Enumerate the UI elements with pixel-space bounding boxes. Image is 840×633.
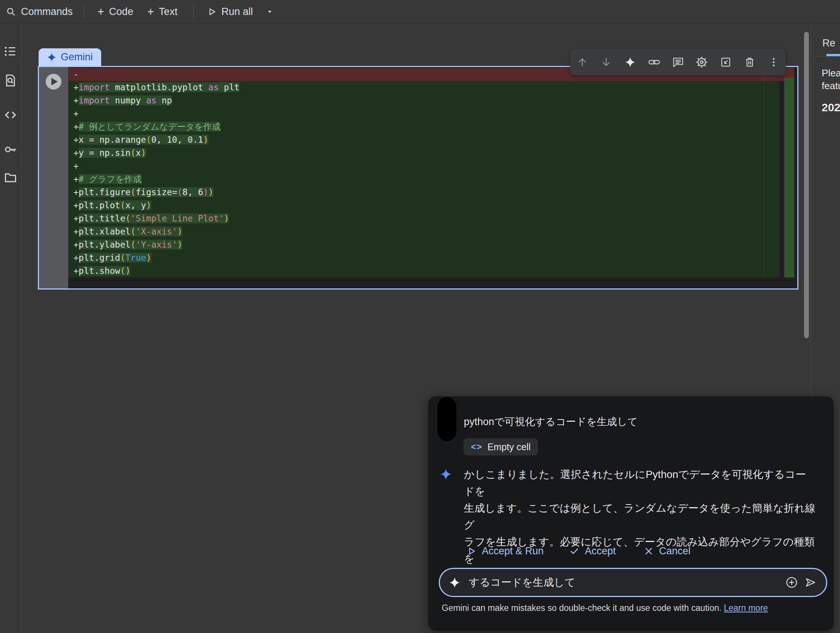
tab-divider: [814, 56, 840, 57]
gemini-cell-tab[interactable]: Gemini: [39, 48, 101, 66]
gemini-response-text: かしこまりました。選択されたセルにPythonでデータを可視化するコードを生成し…: [464, 466, 816, 584]
learn-more-link[interactable]: Learn more: [724, 603, 768, 613]
plus-icon: +: [147, 6, 154, 17]
chip-label: Empty cell: [488, 442, 531, 453]
cell-gutter: [39, 67, 68, 289]
move-cell-down-icon[interactable]: [600, 56, 612, 68]
code-lines: -+import matplotlib.pyplot as plt+import…: [68, 68, 797, 278]
find-in-document-icon[interactable]: [3, 73, 17, 88]
add-text-label: Text: [159, 6, 178, 17]
empty-cell-chip[interactable]: <> Empty cell: [463, 438, 538, 455]
send-icon[interactable]: [804, 576, 817, 589]
response-actions: Accept & Run Accept Cancel: [428, 544, 834, 558]
check-icon: [570, 546, 579, 556]
move-cell-up-icon[interactable]: [576, 56, 588, 68]
code-line[interactable]: +plt.ylabel('Y-axis'): [68, 238, 779, 251]
accept-button[interactable]: Accept: [570, 544, 616, 558]
gemini-prompt-input[interactable]: するコードを生成して: [439, 568, 827, 597]
comment-icon[interactable]: [672, 56, 684, 68]
play-icon: [466, 546, 476, 556]
link-icon[interactable]: [648, 56, 660, 68]
delete-cell-icon[interactable]: [744, 56, 756, 68]
editor-ruler: [764, 68, 764, 278]
code-snippets-icon[interactable]: [3, 108, 17, 122]
code-line[interactable]: +plt.grid(True): [68, 251, 779, 264]
right-panel-text: featu: [822, 80, 840, 92]
top-toolbar: Commands + Code + Text Run all: [0, 0, 840, 24]
secrets-key-icon[interactable]: [3, 142, 17, 156]
code-line[interactable]: +plt.figure(figsize=(8, 6)): [68, 186, 779, 199]
cell-toolbar: [570, 49, 786, 75]
accept-label: Accept: [585, 545, 616, 557]
commands-label: Commands: [21, 6, 73, 17]
sparkle-icon: [449, 577, 461, 589]
accept-run-label: Accept & Run: [482, 545, 544, 557]
right-panel-text: Plea: [822, 68, 840, 79]
code-cell: -+import matplotlib.pyplot as plt+import…: [38, 66, 798, 289]
right-panel-heading: 202: [822, 101, 840, 114]
search-icon: [6, 7, 16, 17]
gemini-disclaimer: Gemini can make mistakes so double-check…: [442, 603, 768, 613]
code-line[interactable]: +# グラフを作成: [68, 173, 779, 186]
gemini-sparkle-icon[interactable]: [624, 56, 636, 68]
diff-overview-ruler[interactable]: [784, 68, 794, 278]
cancel-button[interactable]: Cancel: [644, 544, 690, 558]
code-editor[interactable]: -+import matplotlib.pyplot as plt+import…: [68, 67, 797, 289]
add-text-button[interactable]: + Text: [147, 0, 178, 23]
cancel-label: Cancel: [659, 545, 690, 557]
run-icon: [207, 7, 216, 16]
gear-icon[interactable]: [696, 56, 708, 68]
code-line[interactable]: +# 例としてランダムなデータを作成: [68, 120, 779, 133]
files-folder-icon[interactable]: [3, 170, 17, 184]
play-icon: [51, 78, 58, 85]
run-cell-button[interactable]: [46, 74, 62, 90]
code-line[interactable]: +import numpy as np: [68, 94, 779, 107]
run-all-label: Run all: [221, 6, 253, 17]
left-sidebar: [0, 23, 22, 633]
run-all-button[interactable]: Run all: [207, 0, 273, 23]
close-icon: [644, 546, 654, 556]
add-code-label: Code: [109, 6, 133, 17]
add-code-button[interactable]: + Code: [98, 0, 133, 23]
mirror-cell-icon[interactable]: [720, 56, 732, 68]
user-message: pythonで可視化するコードを生成して: [464, 415, 638, 428]
table-of-contents-icon[interactable]: [3, 44, 17, 58]
right-panel-tab[interactable]: Re: [823, 38, 835, 49]
code-line[interactable]: +import matplotlib.pyplot as plt: [68, 81, 779, 94]
code-line[interactable]: +x = np.arange(0, 10, 0.1): [68, 133, 779, 147]
gemini-response-sparkle-icon: [440, 468, 452, 480]
gemini-sparkle-icon: [47, 52, 57, 62]
user-avatar: [437, 397, 456, 441]
chevron-down-icon[interactable]: [266, 8, 273, 15]
accept-run-button[interactable]: Accept & Run: [466, 544, 544, 558]
code-line[interactable]: +: [68, 107, 779, 120]
code-line[interactable]: +plt.show(): [68, 264, 779, 278]
toolbar-divider: [193, 5, 194, 18]
vertical-scrollbar-thumb[interactable]: [804, 32, 809, 338]
colab-window: Commands + Code + Text Run all: [0, 0, 840, 633]
add-context-icon[interactable]: [785, 576, 798, 589]
gemini-chat-panel: pythonで可視化するコードを生成して <> Empty cell かしこまり…: [428, 396, 834, 631]
code-line[interactable]: +plt.plot(x, y): [68, 199, 779, 212]
code-line[interactable]: +y = np.sin(x): [68, 147, 779, 159]
code-brackets-icon: <>: [471, 442, 483, 452]
code-line[interactable]: +plt.title('Simple Line Plot'): [68, 212, 779, 225]
code-line[interactable]: +: [68, 159, 779, 173]
overview-removed-marker: [784, 68, 794, 78]
commands-button[interactable]: Commands: [6, 0, 73, 23]
prompt-input-text: するコードを生成して: [469, 575, 785, 590]
plus-icon: +: [98, 6, 104, 17]
gemini-tab-label: Gemini: [61, 51, 93, 63]
code-line[interactable]: +plt.xlabel('X-axis'): [68, 225, 779, 238]
overview-added-marker: [784, 78, 794, 278]
more-options-icon[interactable]: [768, 56, 780, 68]
toolbar-divider: [84, 5, 84, 18]
